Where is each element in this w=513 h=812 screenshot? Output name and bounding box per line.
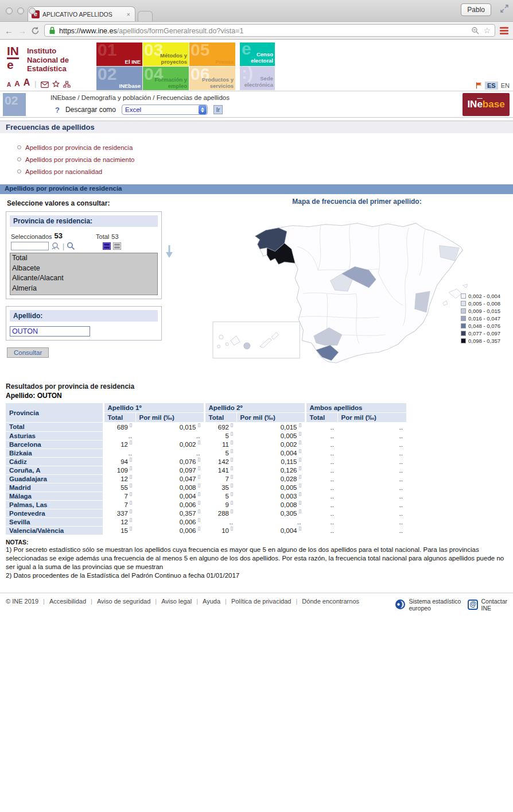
- nav-block-number: 01: [98, 42, 116, 60]
- province-option[interactable]: Total: [10, 253, 157, 264]
- font-size-large-button[interactable]: A: [24, 78, 30, 88]
- nav-blocks: 01El INE02INEbase03Métodos y proyectos04…: [96, 42, 235, 90]
- move-handle-icon[interactable]: [165, 244, 174, 259]
- apellidos-link-1[interactable]: Apellidos por provincia de nacimiento: [25, 156, 135, 163]
- value-cell: ..: [135, 431, 204, 440]
- value-cell: 109: [103, 466, 135, 474]
- select-all-icon[interactable]: [103, 242, 111, 250]
- deselect-all-icon[interactable]: [113, 242, 121, 250]
- tab-close-icon[interactable]: ×: [126, 11, 131, 18]
- apellidos-link-2[interactable]: Apellidos por nacionalidad: [25, 168, 102, 175]
- table-row: Guadalajara120,04770,028....: [6, 474, 406, 483]
- footer-link-2[interactable]: Aviso de seguridad: [92, 598, 155, 605]
- go-button[interactable]: Ir: [213, 105, 223, 114]
- province-option[interactable]: Alicante/Alacant: [10, 273, 157, 284]
- value-cell: ..: [337, 500, 406, 509]
- https-padlock-icon[interactable]: [49, 26, 56, 34]
- apellido-input[interactable]: [10, 326, 90, 337]
- url-bar[interactable]: https://www.ine.es/apellidos/formGeneral…: [44, 24, 495, 37]
- search-selected-icon[interactable]: [51, 242, 60, 250]
- contact-envelope-icon[interactable]: [41, 82, 49, 88]
- window-resize-icon[interactable]: [500, 5, 508, 13]
- browser-profile-button[interactable]: Pablo: [461, 3, 491, 16]
- footer-link-4[interactable]: Ayuda: [198, 598, 225, 605]
- footnote-flag-icon: [198, 518, 200, 522]
- back-button[interactable]: ←: [5, 26, 13, 35]
- new-tab-button[interactable]: [138, 11, 153, 21]
- breadcrumb-band: 02 INEbase / Demografía y población / Fr…: [0, 91, 513, 118]
- results-table: Provincia Apellido 1º Apellido 2º Ambos …: [6, 403, 407, 535]
- forward-button[interactable]: →: [18, 26, 26, 35]
- results-title: Resultados por provincia de residencia: [6, 382, 507, 390]
- footer-link-1[interactable]: Accesibilidad: [45, 598, 91, 605]
- province-listbox[interactable]: TotalAlbaceteAlicante/AlacantAlmería: [10, 253, 158, 295]
- nav-sede-electronica[interactable]: :) Sede electrónica: [240, 67, 275, 90]
- browser-menu-icon[interactable]: [500, 27, 508, 34]
- footnote-flag-icon: [130, 484, 132, 488]
- nav-block-03[interactable]: 03Métodos y proyectos: [143, 42, 189, 66]
- table-row: Málaga70,00450,003....: [6, 492, 406, 500]
- nav-block-01[interactable]: 01El INE: [96, 42, 142, 66]
- value-cell: 0,028: [236, 474, 305, 483]
- inebase-logo[interactable]: INebase: [463, 93, 510, 116]
- footnote-flag-icon: [299, 527, 301, 531]
- zoom-out-icon[interactable]: [471, 26, 479, 34]
- province-option[interactable]: Almería: [10, 284, 157, 294]
- bookmark-star-icon[interactable]: ☆: [483, 26, 491, 35]
- download-format-select[interactable]: Excel: [122, 105, 208, 115]
- contact-at-icon: @: [468, 600, 478, 610]
- table-row: Sevilla120,006........: [6, 517, 406, 526]
- results-apellido-value: OUTON: [37, 392, 62, 400]
- provincia-cell: Madrid: [6, 483, 103, 492]
- table-row: Bizkaia....50,004....: [6, 448, 406, 457]
- nav-block-label: Métodos y proyectos: [143, 53, 187, 65]
- reload-button[interactable]: [31, 26, 40, 35]
- sitemap-icon[interactable]: [63, 81, 71, 88]
- nav-block-06[interactable]: 06Productos y servicios: [189, 67, 235, 90]
- footer-link-5[interactable]: Política de privacidad: [227, 598, 296, 605]
- breadcrumb[interactable]: INEbase / Demografía y población / Frecu…: [50, 94, 230, 101]
- nav-block-number: 02: [98, 67, 116, 84]
- favorites-star-icon[interactable]: [52, 80, 60, 88]
- minimize-window-button[interactable]: [17, 7, 24, 14]
- consultar-button[interactable]: Consultar: [7, 347, 49, 358]
- zoom-window-button[interactable]: [29, 7, 36, 14]
- footnote-flag-icon: [130, 527, 132, 531]
- nav-block-05[interactable]: 05Prensa: [189, 42, 235, 66]
- nav-block-02[interactable]: 02INEbase: [96, 67, 142, 90]
- value-cell: ..: [305, 474, 337, 483]
- lang-en-button[interactable]: EN: [501, 82, 510, 89]
- footer-link-3[interactable]: Aviso legal: [157, 598, 196, 605]
- footer-sse[interactable]: Sistema estadísticoeuropeo: [395, 598, 461, 612]
- window-controls[interactable]: [6, 7, 36, 14]
- results-tbody: Total6890,0156920,015....Asturias....50,…: [6, 423, 406, 535]
- province-filter-input[interactable]: [11, 242, 49, 250]
- font-size-small-button[interactable]: A: [7, 82, 11, 88]
- provincia-cell: Coruña, A: [6, 466, 103, 474]
- value-cell: ..: [305, 517, 337, 526]
- footer-links: © INE 2019|Accesibilidad|Aviso de seguri…: [6, 598, 364, 605]
- value-cell: ..: [103, 431, 135, 440]
- nav-censo-electoral[interactable]: e Censo electoral: [240, 42, 275, 66]
- value-cell: 0,008: [236, 500, 305, 509]
- footnote-flag-icon: [231, 492, 233, 496]
- help-icon[interactable]: ?: [55, 106, 60, 114]
- apellidos-links: Apellidos por provincia de residenciaApe…: [0, 141, 513, 177]
- provincia-cell: Palmas, Las: [6, 500, 103, 509]
- close-window-button[interactable]: [6, 7, 13, 14]
- apellidos-link-0[interactable]: Apellidos por provincia de residencia: [25, 144, 133, 151]
- province-option[interactable]: Albacete: [10, 264, 157, 274]
- value-cell: ..: [337, 492, 406, 500]
- site-header: IN e Instituto Nacional de Estadística A…: [0, 40, 513, 91]
- value-cell: ..: [305, 440, 337, 448]
- footer-contact[interactable]: @ ContactarINE: [468, 598, 507, 612]
- search-icon[interactable]: [67, 242, 75, 250]
- ine-logo[interactable]: IN e: [7, 45, 19, 71]
- font-size-medium-button[interactable]: A: [14, 79, 20, 88]
- col-pormil-2: Por mil (‰): [236, 413, 305, 423]
- footer-link-6[interactable]: Dónde encontrarnos: [297, 598, 364, 605]
- lang-es-button[interactable]: ES: [485, 82, 498, 90]
- browser-tab[interactable]: e APLICATIVO APELLIDOS ×: [28, 6, 135, 21]
- nav-block-04[interactable]: 04Formación y empleo: [143, 67, 189, 90]
- results-apellido-label: Apellido:: [6, 392, 35, 400]
